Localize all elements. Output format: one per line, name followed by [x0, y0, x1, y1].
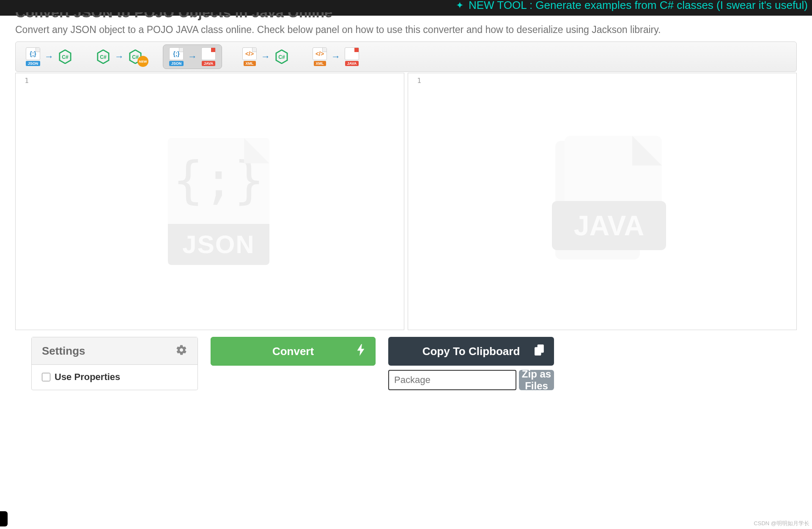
- button-label: Zip as Files: [519, 368, 554, 390]
- xml-file-icon: </> XML: [242, 47, 257, 66]
- page-subtitle: Convert any JSON object to a POJO JAVA c…: [15, 24, 797, 36]
- editor-body[interactable]: {;} JSON: [33, 73, 404, 330]
- button-label: Convert: [272, 345, 314, 358]
- editor-body[interactable]: JAVA: [426, 73, 796, 330]
- java-watermark: JAVA: [552, 136, 670, 267]
- convert-button[interactable]: Convert: [211, 337, 376, 366]
- svg-text:C#: C#: [100, 54, 107, 60]
- bolt-icon: [357, 344, 365, 358]
- editors-row: 1 {;} JSON 1 JAVA: [15, 73, 797, 330]
- tab-xml-to-csharp[interactable]: </> XML → C#: [239, 46, 292, 68]
- line-gutter: 1: [16, 73, 33, 330]
- java-file-icon: JAVA: [201, 47, 216, 66]
- sparkle-icon: ✦: [456, 0, 464, 11]
- copy-icon: [535, 344, 544, 358]
- svg-text:C#: C#: [62, 54, 69, 60]
- settings-header: Settings: [32, 337, 198, 365]
- zip-button[interactable]: Zip as Files: [519, 370, 554, 390]
- svg-text:C#: C#: [278, 54, 285, 60]
- converter-tabs: {;} JSON → C# C# → C# NEW {;} JSON: [15, 41, 797, 72]
- tab-csharp-to-csharp[interactable]: C# → C# NEW: [93, 47, 146, 67]
- input-editor[interactable]: 1 {;} JSON: [15, 73, 404, 330]
- use-properties-checkbox[interactable]: Use Properties: [42, 372, 187, 383]
- arrow-icon: →: [331, 51, 340, 62]
- output-editor[interactable]: 1 JAVA: [408, 73, 797, 330]
- java-file-icon: JAVA: [345, 47, 359, 66]
- settings-panel: Settings Use Properties: [31, 337, 198, 390]
- xml-file-icon: </> XML: [313, 47, 327, 66]
- page-title: Convert JSON to POJO Objects in Java Onl…: [15, 12, 797, 22]
- checkbox-input[interactable]: [42, 373, 50, 381]
- arrow-icon: →: [44, 51, 54, 62]
- button-label: Copy To Clipboard: [422, 345, 520, 358]
- svg-rect-10: [535, 347, 541, 356]
- json-file-icon: {;} JSON: [26, 47, 40, 66]
- csharp-icon: C#: [274, 48, 289, 65]
- json-file-icon: {;} JSON: [169, 47, 184, 66]
- arrow-icon: →: [261, 51, 270, 62]
- arrow-icon: →: [115, 51, 124, 62]
- tab-json-to-csharp[interactable]: {;} JSON → C#: [22, 46, 76, 68]
- line-number: 1: [16, 77, 29, 85]
- tab-xml-to-java[interactable]: </> XML → JAVA: [309, 46, 362, 68]
- arrow-icon: →: [188, 51, 197, 62]
- json-watermark: {;} JSON: [168, 138, 269, 265]
- csharp-icon: C#: [96, 48, 110, 65]
- copy-button[interactable]: Copy To Clipboard: [388, 337, 554, 366]
- settings-title: Settings: [42, 344, 85, 358]
- gear-icon: [176, 344, 187, 358]
- new-badge: NEW: [137, 56, 148, 67]
- package-input[interactable]: [388, 370, 516, 390]
- checkbox-label: Use Properties: [55, 372, 120, 383]
- line-number: 1: [408, 77, 421, 85]
- actions-row: Settings Use Properties Convert: [15, 337, 797, 390]
- csharp-icon: C# NEW: [128, 48, 143, 65]
- tab-json-to-java[interactable]: {;} JSON → JAVA: [163, 44, 222, 69]
- line-gutter: 1: [408, 73, 426, 330]
- banner-text[interactable]: NEW TOOL : Generate examples from C# cla…: [469, 0, 808, 12]
- csharp-icon: C#: [58, 48, 72, 65]
